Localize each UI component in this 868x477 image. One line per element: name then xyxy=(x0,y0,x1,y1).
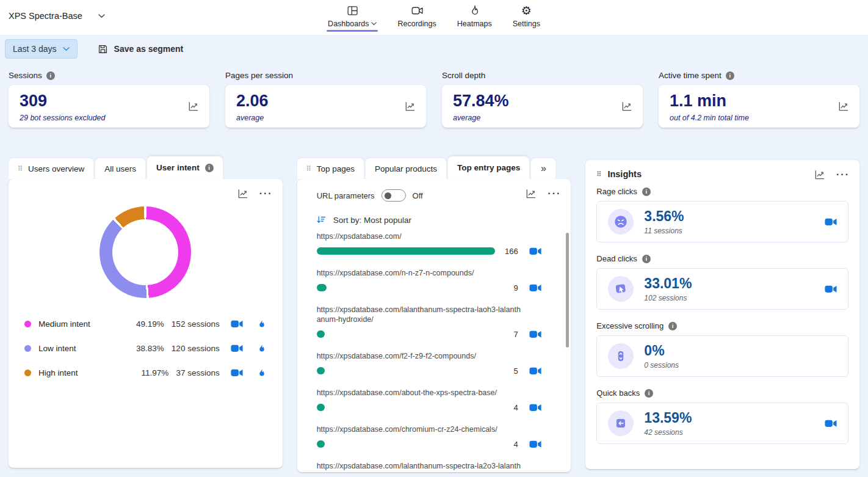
video-camera-icon[interactable] xyxy=(231,368,243,378)
insight-rage-clicks: Rage clicks i 3.56% 11 sessions xyxy=(595,187,850,242)
tab-label: Popular products xyxy=(375,164,437,173)
video-camera-icon[interactable] xyxy=(825,418,837,429)
insight-quick-backs: Quick backs i 13.59% 42 sessions xyxy=(595,388,850,444)
nav-heatmaps[interactable]: Heatmaps xyxy=(456,4,493,32)
tab-popular-products[interactable]: Popular products xyxy=(366,158,446,179)
video-camera-icon[interactable] xyxy=(529,439,541,450)
tab-overflow-button[interactable]: » xyxy=(531,158,555,179)
tab-top-pages[interactable]: ⠿ Top pages xyxy=(297,158,364,179)
video-camera-icon[interactable] xyxy=(825,217,837,227)
more-options-icon[interactable]: ··· xyxy=(259,191,273,196)
url-row: https://xpsdatabase.com/lalanthanum-sspe… xyxy=(317,305,549,339)
trends-icon[interactable] xyxy=(237,188,249,200)
save-as-segment-button[interactable]: Save as segment xyxy=(97,43,184,55)
more-options-icon[interactable]: ··· xyxy=(836,172,850,177)
insight-card: 0% 0 sessions xyxy=(596,335,848,377)
insights-title: Insights xyxy=(607,169,642,179)
video-camera-icon[interactable] xyxy=(529,329,541,340)
video-camera-icon[interactable] xyxy=(529,366,541,376)
user-intent-donut-chart[interactable] xyxy=(99,206,191,298)
insight-label: Rage clicks xyxy=(596,187,637,196)
metric-value: 57.84% xyxy=(453,92,632,111)
metric-sessions: Sessions i 309 29 bot sessions excluded xyxy=(9,71,209,128)
info-icon[interactable]: i xyxy=(205,164,214,172)
legend-dot xyxy=(24,345,31,352)
url-bar xyxy=(317,330,325,338)
info-icon[interactable]: i xyxy=(46,71,55,80)
legend-label: Low intent xyxy=(38,344,136,353)
video-camera-icon[interactable] xyxy=(529,283,541,293)
url-count: 4 xyxy=(495,440,518,449)
video-camera-icon[interactable] xyxy=(231,343,243,354)
video-camera-icon[interactable] xyxy=(529,246,541,257)
pages-panel-tabs: ⠿ Top pages Popular products Top entry p… xyxy=(297,156,571,179)
sort-control[interactable]: Sort by: Most popular xyxy=(297,202,571,229)
scrollbar-thumb[interactable] xyxy=(566,233,569,348)
drag-handle-icon[interactable]: ⠿ xyxy=(18,166,23,172)
project-name: XPS Spectra-Base xyxy=(9,11,82,21)
project-selector[interactable]: XPS Spectra-Base xyxy=(9,11,105,21)
metrics-row: Sessions i 309 29 bot sessions excluded … xyxy=(9,71,859,128)
dashboards-icon xyxy=(346,4,359,17)
info-icon[interactable]: i xyxy=(645,389,653,398)
tab-top-entry-pages[interactable]: Top entry pages xyxy=(448,156,529,179)
insight-dead-clicks: Dead clicks i 33.01% 102 sessions xyxy=(595,254,850,310)
tab-users-overview[interactable]: ⠿ Users overview xyxy=(9,158,93,179)
info-icon[interactable]: i xyxy=(642,188,651,196)
legend-row-high-intent: High intent 11.97% 37 sessions xyxy=(24,360,267,385)
insight-sessions: 11 sessions xyxy=(644,227,684,235)
insight-label: Excessive scrolling xyxy=(596,321,664,330)
rage-clicks-icon xyxy=(608,209,634,235)
insight-value: 3.56% xyxy=(644,208,684,225)
metric-subtitle: average xyxy=(453,114,632,122)
metric-value: 2.06 xyxy=(236,92,415,111)
nav-dashboards[interactable]: Dashboards xyxy=(327,4,378,32)
trends-icon[interactable] xyxy=(837,100,850,112)
trends-icon[interactable] xyxy=(814,169,826,181)
url-count: 5 xyxy=(495,366,518,376)
save-icon xyxy=(97,43,109,55)
nav-settings-label: Settings xyxy=(513,20,540,28)
url-row: https://xpsdatabase.com/about-the-xps-sp… xyxy=(317,388,549,412)
tab-all-users[interactable]: All users xyxy=(95,158,145,179)
info-icon[interactable]: i xyxy=(642,255,651,263)
legend-row-low-intent: Low intent 38.83% 120 sessions xyxy=(24,336,267,360)
heatmap-flame-icon[interactable] xyxy=(256,368,267,378)
tab-label: Top entry pages xyxy=(457,163,520,172)
legend-percent: 49.19% xyxy=(136,319,164,329)
metric-label: Pages per session xyxy=(225,71,293,80)
drag-handle-icon[interactable]: ⠿ xyxy=(596,171,601,178)
more-options-icon[interactable]: ··· xyxy=(548,191,561,196)
date-range-button[interactable]: Last 3 days xyxy=(5,39,78,59)
url-count: 166 xyxy=(495,247,518,256)
url-row: https://xpsdatabase.com/chromium-cr-z24-… xyxy=(317,424,549,449)
video-camera-icon[interactable] xyxy=(825,284,837,294)
heatmap-flame-icon[interactable] xyxy=(256,319,267,329)
url-count: 4 xyxy=(495,403,518,412)
insights-panel: ··· ⠿ Insights Rage clicks i 3.56% 11 se… xyxy=(585,160,859,469)
tab-label: Top pages xyxy=(317,164,355,173)
url-list: https://xpsdatabase.com/ 166 https://xps… xyxy=(297,229,571,472)
trends-icon[interactable] xyxy=(621,100,633,112)
metric-card: 57.84% average xyxy=(442,85,643,128)
info-icon[interactable]: i xyxy=(668,322,677,330)
excessive-scrolling-icon xyxy=(608,343,634,369)
top-bar: XPS Spectra-Base Dashboards Recordings H… xyxy=(0,0,868,35)
url-parameters-label: URL parameters xyxy=(317,191,375,200)
drag-handle-icon[interactable]: ⠿ xyxy=(306,166,311,172)
video-camera-icon[interactable] xyxy=(231,319,243,329)
tab-user-intent[interactable]: User intent i xyxy=(147,156,223,179)
nav-recordings[interactable]: Recordings xyxy=(397,4,438,32)
url-text: https://xpsdatabase.com/chromium-cr-z24-… xyxy=(317,424,524,434)
url-text: https://xpsdatabase.com/lalanthanum-sspe… xyxy=(317,461,524,472)
nav-settings[interactable]: ⚙ Settings xyxy=(512,4,541,32)
insight-card: 13.59% 42 sessions xyxy=(596,402,848,444)
metric-subtitle: average xyxy=(236,114,415,122)
info-icon[interactable]: i xyxy=(726,71,734,80)
url-parameters-toggle[interactable] xyxy=(382,189,406,202)
trends-icon[interactable] xyxy=(404,100,416,112)
trends-icon[interactable] xyxy=(525,188,537,200)
heatmap-flame-icon[interactable] xyxy=(256,343,267,354)
video-camera-icon[interactable] xyxy=(529,402,541,413)
trends-icon[interactable] xyxy=(187,100,200,112)
